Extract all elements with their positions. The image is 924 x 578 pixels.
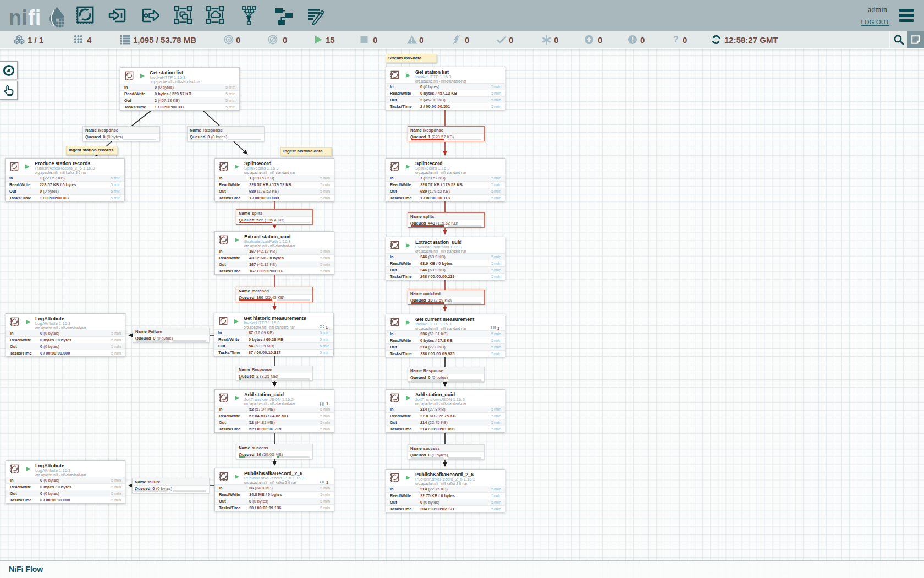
svg-text:ni: ni — [9, 6, 28, 29]
svg-text:fi: fi — [28, 6, 41, 29]
svg-text:?: ? — [673, 35, 679, 44]
